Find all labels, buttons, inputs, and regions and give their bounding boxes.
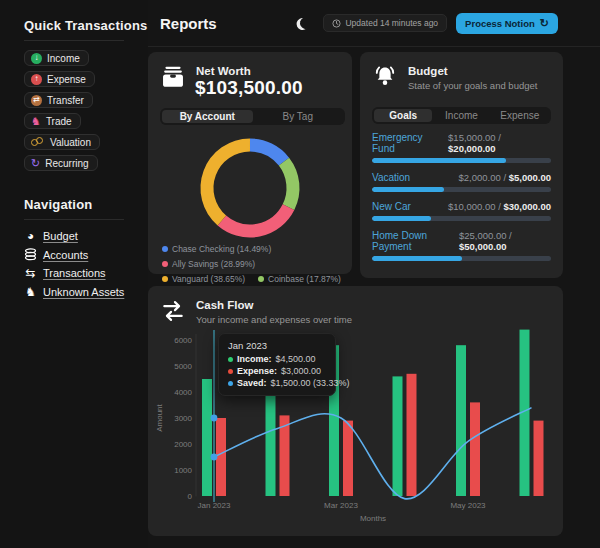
goal-amounts: $2,000.00 / $5,000.00 — [459, 172, 551, 183]
donut-segment-vanguard[interactable] — [207, 145, 250, 221]
goal-current: $15,000.00 — [448, 132, 496, 143]
legend-label: Chase Checking (14.49%) — [172, 244, 271, 254]
quick-action-label: Transfer — [47, 95, 84, 106]
donut-segment-ally-savings[interactable] — [222, 207, 289, 231]
tooltip-row: Saved:$1,500.00 (33.33%) — [228, 378, 326, 388]
x-tick-label: Jan 2023 — [198, 501, 231, 510]
goal-progress-track — [372, 216, 551, 221]
tooltip-series-value: $1,500.00 (33.33%) — [271, 378, 350, 388]
goal-header: Vacation$2,000.00 / $5,000.00 — [372, 172, 551, 183]
tooltip-series-value: $3,000.00 — [281, 366, 321, 376]
budget-subtitle: State of your goals and budget — [408, 80, 537, 91]
tooltip-row: Income:$4,500.00 — [228, 354, 326, 364]
quick-action-label: Expense — [47, 74, 86, 85]
tab-by-tag[interactable]: By Tag — [253, 110, 344, 123]
goals-list: Emergency Fund$15,000.00 / $20,000.00Vac… — [372, 132, 551, 261]
sidebar-item-accounts[interactable]: Accounts — [24, 248, 148, 261]
donut-segment-coinbase[interactable] — [284, 162, 293, 208]
tab-income[interactable]: Income — [432, 109, 490, 122]
coins-stack-icon — [24, 248, 37, 261]
tooltip-series-value: $4,500.00 — [276, 354, 316, 364]
quick-action-recurring[interactable]: ↻Recurring — [24, 155, 98, 171]
quick-action-valuation[interactable]: Valuation — [24, 134, 100, 150]
chart-tooltip: Jan 2023 Income:$4,500.00Expense:$3,000.… — [218, 333, 336, 396]
goal-amounts: $10,000.00 / $30,000.00 — [448, 201, 551, 212]
page-title: Reports — [160, 15, 217, 32]
cash-flow-chart: 0100020003000400050006000AmountJan 2023M… — [148, 286, 563, 536]
goal-amounts: $15,000.00 / $20,000.00 — [448, 132, 551, 154]
net-worth-donut-chart — [148, 130, 352, 248]
bar-expense-jun-2023[interactable] — [534, 421, 544, 496]
y-tick-label: 0 — [188, 492, 193, 501]
process-notion-button[interactable]: Process Notion ↻ — [456, 13, 558, 34]
goal-amounts: $25,000.00 / $50,000.00 — [459, 230, 551, 252]
budget-card: Budget State of your goals and budget Go… — [360, 52, 563, 278]
clock-icon — [332, 19, 341, 28]
saved-line-series[interactable] — [214, 408, 532, 499]
goal-name-link[interactable]: New Car — [372, 201, 411, 212]
goal-progress-fill — [372, 256, 462, 261]
bar-income-may-2023[interactable] — [456, 345, 466, 496]
legend-label: Coinbase (17.87%) — [268, 274, 341, 284]
tab-expense[interactable]: Expense — [491, 109, 549, 122]
process-notion-label: Process Notion — [465, 18, 535, 29]
tooltip-series-label: Expense: — [237, 366, 277, 376]
tooltip-series-label: Saved: — [237, 378, 267, 388]
divider — [24, 219, 124, 220]
y-axis-title: Amount — [155, 403, 164, 431]
bar-expense-mar-2023[interactable] — [343, 421, 353, 496]
quick-action-label: Valuation — [50, 137, 91, 148]
goal-header: Home Down Payment$25,000.00 / $50,000.00 — [372, 230, 551, 252]
donut-legend: Chase Checking (14.49%)Ally Savings (28.… — [162, 244, 342, 284]
bar-expense-jan-2023[interactable] — [216, 418, 226, 496]
y-tick-label: 4000 — [174, 388, 192, 397]
legend-dot — [162, 246, 168, 252]
tooltip-rows: Income:$4,500.00Expense:$3,000.00Saved:$… — [228, 354, 326, 388]
header-actions: Updated 14 minutes ago Process Notion ↻ — [300, 13, 558, 34]
navigation-list: ◕BudgetAccounts⇆Transactions♞Unknown Ass… — [24, 229, 148, 299]
app-root: Quick Transactions ↓Income↑Expense⇄Trans… — [0, 0, 600, 548]
quick-action-expense[interactable]: ↑Expense — [24, 71, 95, 87]
legend-dot — [162, 261, 168, 267]
goal-name-link[interactable]: Home Down Payment — [372, 230, 459, 252]
sidebar-item-unknown-assets[interactable]: ♞Unknown Assets — [24, 285, 148, 299]
sidebar-item-budget[interactable]: ◕Budget — [24, 229, 148, 243]
legend-dot — [258, 276, 264, 282]
sidebar-item-transactions[interactable]: ⇆Transactions — [24, 266, 148, 280]
bar-income-feb-2023[interactable] — [266, 382, 276, 496]
sidebar-item-label: Unknown Assets — [43, 286, 124, 298]
transfer-icon: ⇄ — [31, 95, 42, 106]
bar-expense-apr-2023[interactable] — [407, 374, 417, 496]
bar-expense-may-2023[interactable] — [470, 402, 480, 496]
trade-icon: ♞ — [31, 116, 41, 127]
goal-name-link[interactable]: Emergency Fund — [372, 132, 448, 154]
x-tick-label: Mar 2023 — [324, 501, 358, 510]
budget-title: Budget — [408, 65, 448, 77]
quick-action-label: Recurring — [45, 158, 88, 169]
goal-target: $5,000.00 — [509, 172, 551, 183]
page-header: Reports Updated 14 minutes ago Process N… — [148, 0, 600, 47]
moon-theme-icon[interactable] — [299, 15, 314, 30]
budget-tabs: GoalsIncomeExpense — [372, 107, 551, 124]
pie-chart-icon: ◕ — [24, 229, 37, 243]
goal-row: Emergency Fund$15,000.00 / $20,000.00 — [372, 132, 551, 163]
tab-goals[interactable]: Goals — [374, 109, 432, 122]
goal-target: $30,000.00 — [503, 201, 551, 212]
quick-action-transfer[interactable]: ⇄Transfer — [24, 92, 93, 108]
main-area: Reports Updated 14 minutes ago Process N… — [148, 0, 600, 548]
tab-by-account[interactable]: By Account — [162, 110, 253, 123]
goal-separator: / — [496, 132, 501, 143]
chess-knight-icon: ♞ — [24, 285, 37, 299]
quick-action-trade[interactable]: ♞Trade — [24, 113, 81, 129]
goal-name-link[interactable]: Vacation — [372, 172, 410, 183]
bar-income-jan-2023[interactable] — [202, 379, 212, 496]
net-worth-title: Net Worth — [196, 65, 251, 77]
sidebar-item-label: Budget — [43, 230, 78, 242]
tooltip-row: Expense:$3,000.00 — [228, 366, 326, 376]
valuation-icon — [31, 137, 45, 148]
refresh-icon: ↻ — [540, 17, 549, 30]
donut-segment-chase-checking[interactable] — [250, 145, 284, 162]
bar-income-apr-2023[interactable] — [393, 376, 403, 496]
quick-action-income[interactable]: ↓Income — [24, 50, 89, 66]
quick-action-label: Trade — [46, 116, 72, 127]
